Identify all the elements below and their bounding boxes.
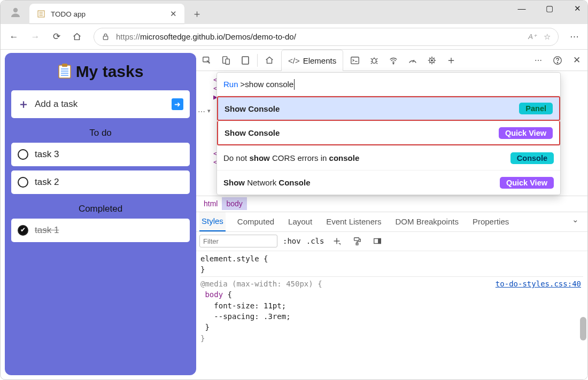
palette-item[interactable]: Show Console Quick View xyxy=(217,121,560,145)
app-menu-button[interactable]: ⋯ xyxy=(568,31,580,42)
svg-point-0 xyxy=(13,8,18,12)
breadcrumb[interactable]: html body xyxy=(196,196,587,212)
tab-properties[interactable]: Properties xyxy=(470,212,511,231)
svg-rect-7 xyxy=(62,64,67,67)
read-aloud-icon[interactable]: A⁺ xyxy=(528,33,537,41)
svg-rect-14 xyxy=(226,59,229,64)
devtools-tablet-icon[interactable] xyxy=(238,53,253,68)
more-tabs-button[interactable]: ＋ xyxy=(444,53,459,68)
chevron-down-icon[interactable]: ⌄ xyxy=(569,212,584,227)
window-controls: — ▢ ✕ xyxy=(516,4,583,13)
task-checkbox[interactable] xyxy=(18,225,28,236)
palette-item-label: Show Console xyxy=(225,128,280,137)
svg-point-22 xyxy=(557,62,558,63)
bug-icon[interactable] xyxy=(367,53,382,68)
svg-point-18 xyxy=(393,63,394,64)
svg-rect-15 xyxy=(242,57,249,64)
svg-rect-5 xyxy=(103,36,107,40)
palette-item[interactable]: Show Network Console Quick View xyxy=(217,170,560,195)
reload-button[interactable]: ⟳ xyxy=(51,31,63,42)
flex-icon[interactable] xyxy=(370,234,385,249)
source-link[interactable]: to-do-styles.css:40 xyxy=(496,278,581,289)
task-row[interactable]: task 1 xyxy=(11,219,190,242)
palette-item-label: Do not show CORS errors in console xyxy=(223,153,359,162)
palette-item[interactable]: Show Console Panel xyxy=(217,96,560,121)
crumb-body[interactable]: body xyxy=(222,197,246,210)
devtools-close-button[interactable]: ✕ xyxy=(569,53,584,68)
add-task-input[interactable]: ＋ Add a task ➜ xyxy=(11,90,190,118)
app-heading: My tasks xyxy=(11,63,190,81)
styles-panel[interactable]: element.style { } to-do-styles.css:40 @m… xyxy=(196,251,587,380)
address-bar[interactable]: https://microsoftedge.github.io/Demos/de… xyxy=(94,28,559,46)
plus-icon: ＋ xyxy=(18,96,29,112)
todo-app: My tasks ＋ Add a task ➜ To do task 3 tas… xyxy=(5,53,196,375)
section-completed-label: Completed xyxy=(11,204,190,214)
console-tab-icon[interactable] xyxy=(347,53,362,68)
tab-event-listeners[interactable]: Event Listeners xyxy=(324,212,383,231)
hov-toggle[interactable]: :hov xyxy=(283,237,301,245)
minimize-button[interactable]: — xyxy=(516,4,528,13)
tab-close-icon[interactable]: ✕ xyxy=(170,9,177,19)
new-style-rule-button[interactable] xyxy=(329,234,344,249)
close-window-button[interactable]: ✕ xyxy=(571,4,583,13)
forward-button: → xyxy=(29,32,41,42)
svg-rect-16 xyxy=(351,57,359,64)
tab-styles[interactable]: Styles xyxy=(199,212,226,231)
cls-toggle[interactable]: .cls xyxy=(306,237,324,245)
add-task-placeholder: Add a task xyxy=(35,99,78,110)
tab-elements[interactable]: </> Elements xyxy=(281,50,343,71)
home-button[interactable] xyxy=(72,32,84,42)
svg-point-17 xyxy=(373,58,376,63)
help-icon[interactable] xyxy=(550,53,565,68)
maximize-button[interactable]: ▢ xyxy=(544,4,555,13)
styles-toolbar: :hov .cls xyxy=(196,232,587,251)
lock-icon xyxy=(102,33,110,41)
scrollbar-thumb[interactable] xyxy=(580,317,586,340)
styles-filter-input[interactable] xyxy=(199,235,277,247)
tab-favicon-icon xyxy=(37,10,45,18)
palette-badge: Panel xyxy=(519,103,553,114)
task-row[interactable]: task 2 xyxy=(11,170,190,194)
palette-item[interactable]: Do not show CORS errors in console Conso… xyxy=(217,145,560,170)
crumb-html[interactable]: html xyxy=(199,197,222,210)
new-tab-button[interactable]: ＋ xyxy=(192,7,202,21)
task-checkbox[interactable] xyxy=(18,149,28,160)
tab-dom-breakpoints[interactable]: DOM Breakpoints xyxy=(393,212,461,231)
tab-layout[interactable]: Layout xyxy=(286,212,314,231)
devtools-toolbar: </> Elements ＋ ⋯ ✕ xyxy=(196,50,587,71)
memory-icon[interactable] xyxy=(424,53,439,68)
network-icon[interactable] xyxy=(386,53,401,68)
palette-item-label: Show Network Console xyxy=(223,178,311,187)
palette-input[interactable]: Run >show console xyxy=(217,73,560,96)
browser-tab[interactable]: TODO app ✕ xyxy=(29,4,184,24)
inspect-icon[interactable] xyxy=(199,53,214,68)
palette-badge: Quick View xyxy=(499,127,553,139)
styles-tabs: Styles Computed Layout Event Listeners D… xyxy=(196,212,587,232)
paint-icon[interactable] xyxy=(350,234,365,249)
tab-computed[interactable]: Computed xyxy=(235,212,276,231)
profile-icon[interactable] xyxy=(7,4,24,21)
browser-window: TODO app ✕ ＋ — ▢ ✕ ← → ⟳ https://microso… xyxy=(0,0,588,380)
svg-rect-24 xyxy=(357,243,359,245)
device-icon[interactable] xyxy=(219,53,234,68)
svg-rect-6 xyxy=(59,65,71,78)
navbar: ← → ⟳ https://microsoftedge.github.io/De… xyxy=(1,24,587,50)
command-palette: Run >show console Show Console Panel Sho… xyxy=(216,72,561,195)
svg-point-20 xyxy=(431,59,433,61)
welcome-tab-icon[interactable] xyxy=(262,53,277,68)
favorite-icon[interactable]: ☆ xyxy=(544,32,551,42)
submit-task-button[interactable]: ➜ xyxy=(172,98,183,110)
task-row[interactable]: task 3 xyxy=(11,143,190,166)
back-button[interactable]: ← xyxy=(8,32,20,42)
tab-title: TODO app xyxy=(51,10,165,18)
titlebar: TODO app ✕ ＋ — ▢ ✕ xyxy=(1,1,587,24)
palette-badge: Quick View xyxy=(500,177,554,189)
task-checkbox[interactable] xyxy=(18,177,28,188)
palette-badge: Console xyxy=(510,152,554,164)
performance-icon[interactable] xyxy=(405,53,420,68)
clipboard-icon xyxy=(58,63,72,79)
code-icon: </> xyxy=(288,56,300,65)
devtools-menu-button[interactable]: ⋯ xyxy=(531,53,546,68)
palette-item-label: Show Console xyxy=(225,104,280,113)
devtools-panel: </> Elements ＋ ⋯ ✕ ⋯▾ <! <h xyxy=(196,50,587,379)
